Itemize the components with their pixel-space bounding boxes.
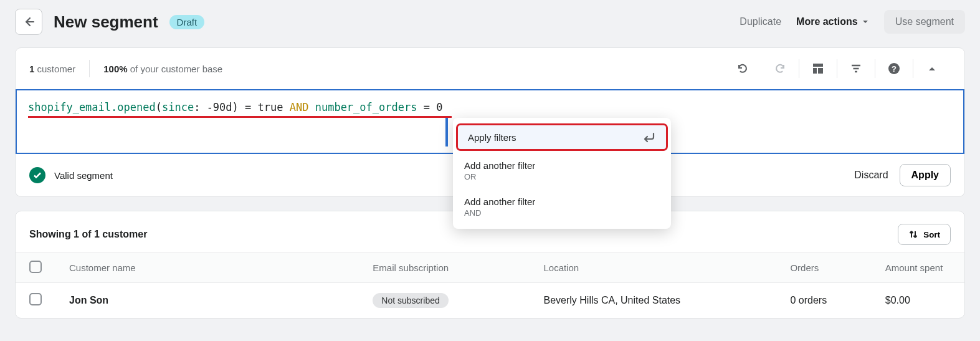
segment-query-editor[interactable]: shopify_email.opened(since: -90d) = true… [16, 89, 964, 154]
token-equals: = [239, 101, 258, 113]
page-header: New segment Draft Duplicate More actions… [15, 9, 965, 35]
redo-button[interactable] [761, 55, 799, 82]
token-paren: ( [156, 101, 162, 113]
undo-icon [736, 62, 749, 75]
enter-icon [642, 132, 656, 143]
collapse-button[interactable] [913, 55, 951, 82]
popup-add-and-label: Add another filter [464, 196, 660, 207]
customer-name[interactable]: Jon Son [69, 295, 108, 305]
svg-rect-0 [813, 64, 823, 67]
templates-icon [812, 63, 824, 74]
col-subscription[interactable]: Email subscription [359, 253, 530, 283]
popup-or-sublabel: OR [464, 172, 660, 181]
autocomplete-popup: Apply filters Add another filter OR Add … [453, 118, 671, 229]
customer-count: 1 customer [29, 64, 75, 74]
token-operator-and: AND [283, 101, 315, 113]
duplicate-button[interactable]: Duplicate [740, 16, 781, 27]
col-orders[interactable]: Orders [776, 253, 871, 283]
status-badge: Draft [169, 15, 205, 29]
customer-pct-value: 100% [103, 64, 127, 74]
popup-add-or-label: Add another filter [464, 160, 660, 171]
more-actions-label: More actions [796, 16, 858, 27]
customer-pct-label: of your customer base [130, 64, 222, 74]
token-colon: : [194, 101, 200, 113]
more-actions-button[interactable]: More actions [796, 16, 869, 27]
customer-orders: 0 orders [776, 283, 871, 319]
filters-button[interactable] [837, 55, 875, 82]
customer-count-value: 1 [29, 64, 34, 74]
row-checkbox[interactable] [29, 293, 42, 305]
back-button[interactable] [15, 9, 42, 35]
popup-apply-label: Apply filters [468, 132, 516, 143]
discard-button[interactable]: Discard [854, 170, 888, 181]
sort-label: Sort [923, 230, 940, 239]
results-title: Showing 1 of 1 customer [29, 229, 147, 240]
sort-icon [908, 229, 918, 239]
token-paren: ) [232, 101, 239, 113]
token-field: number_of_orders [315, 101, 417, 113]
filter-icon [850, 63, 862, 74]
customer-count-label: customer [37, 64, 76, 74]
token-literal: true [258, 101, 283, 113]
use-segment-button[interactable]: Use segment [884, 10, 965, 34]
subscription-pill: Not subscribed [373, 293, 448, 308]
token-literal: 0 [436, 101, 442, 113]
sort-button[interactable]: Sort [898, 224, 951, 245]
table-row[interactable]: Jon Son Not subscribed Beverly Hills CA,… [16, 283, 964, 319]
select-all-checkbox[interactable] [29, 261, 42, 273]
help-button[interactable]: ? [875, 55, 913, 82]
templates-button[interactable] [799, 55, 837, 82]
arrow-left-icon [22, 16, 35, 28]
col-name[interactable]: Customer name [55, 253, 359, 283]
svg-text:?: ? [892, 64, 897, 74]
token-arg-name: since [162, 101, 194, 113]
token-equals: = [417, 101, 436, 113]
popup-add-filter-and[interactable]: Add another filter AND [453, 189, 671, 225]
vertical-divider [89, 60, 90, 77]
redo-icon [774, 62, 786, 75]
token-function: shopify_email.opened [28, 101, 156, 113]
popup-apply-filters[interactable]: Apply filters [457, 124, 667, 150]
customer-amount: $0.00 [872, 283, 964, 319]
undo-button[interactable] [724, 55, 761, 82]
cursor-indicator [445, 118, 448, 146]
apply-button[interactable]: Apply [900, 164, 951, 186]
segment-editor-card: 1 customer 100% of your customer base [15, 47, 965, 197]
token-arg-value: -90d [200, 101, 232, 113]
valid-check-icon [29, 167, 45, 183]
valid-segment-label: Valid segment [54, 170, 113, 181]
svg-rect-2 [818, 68, 823, 74]
col-location[interactable]: Location [530, 253, 776, 283]
customers-table: Customer name Email subscription Locatio… [16, 252, 964, 318]
help-icon: ? [888, 62, 900, 75]
col-amount[interactable]: Amount spent [872, 253, 964, 283]
page-title: New segment [54, 12, 158, 32]
customer-location: Beverly Hills CA, United States [530, 283, 776, 319]
customer-pct: 100% of your customer base [103, 64, 222, 74]
annotation-underline [28, 116, 452, 118]
caret-down-icon [862, 18, 869, 26]
popup-add-filter-or[interactable]: Add another filter OR [453, 153, 671, 189]
popup-and-sublabel: AND [464, 208, 660, 218]
svg-rect-1 [813, 68, 817, 74]
caret-up-icon [928, 64, 936, 73]
